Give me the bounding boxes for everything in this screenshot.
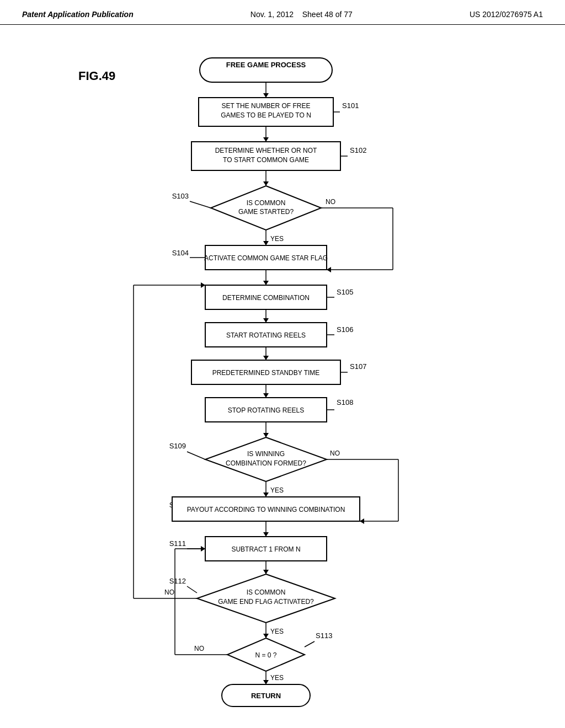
svg-marker-54 xyxy=(263,393,269,398)
svg-text:DETERMINE WHETHER OR NOT: DETERMINE WHETHER OR NOT xyxy=(215,147,317,154)
svg-line-65 xyxy=(187,452,205,459)
svg-text:S102: S102 xyxy=(350,146,366,154)
svg-marker-95 xyxy=(201,282,205,288)
patent-number: US 2012/0276975 A1 xyxy=(470,10,543,19)
svg-marker-97 xyxy=(263,634,269,638)
svg-marker-10 xyxy=(263,137,269,142)
svg-marker-17 xyxy=(263,181,269,186)
svg-text:IS WINNING: IS WINNING xyxy=(247,450,285,458)
svg-text:TO START COMMON GAME: TO START COMMON GAME xyxy=(223,156,309,164)
svg-text:PAYOUT ACCORDING TO WINNING CO: PAYOUT ACCORDING TO WINNING COMBINATION xyxy=(187,506,345,513)
svg-text:SET THE NUMBER OF FREE: SET THE NUMBER OF FREE xyxy=(222,102,311,110)
svg-marker-109 xyxy=(263,680,269,684)
svg-text:ACTIVATE COMMON GAME STAR FLAG: ACTIVATE COMMON GAME STAR FLAG xyxy=(204,254,328,262)
publication-label: Patent Application Publication xyxy=(22,10,134,19)
svg-text:STOP ROTATING REELS: STOP ROTATING REELS xyxy=(228,406,304,414)
page-header: Patent Application Publication Nov. 1, 2… xyxy=(0,0,565,25)
svg-marker-79 xyxy=(263,532,269,537)
svg-text:START ROTATING REELS: START ROTATING REELS xyxy=(226,331,306,339)
svg-text:S111: S111 xyxy=(169,539,186,548)
svg-text:S108: S108 xyxy=(337,398,353,406)
svg-marker-48 xyxy=(263,356,269,360)
svg-text:GAME END FLAG ACTIVATED?: GAME END FLAG ACTIVATED? xyxy=(218,598,314,606)
svg-marker-36 xyxy=(263,281,269,285)
svg-text:S106: S106 xyxy=(337,325,353,334)
svg-text:YES: YES xyxy=(270,235,284,243)
svg-text:YES: YES xyxy=(270,674,284,682)
figure-label: FIG.49 xyxy=(78,69,115,83)
svg-text:NO: NO xyxy=(326,198,335,206)
svg-text:NO: NO xyxy=(194,645,204,652)
svg-marker-42 xyxy=(263,318,269,323)
svg-text:NO: NO xyxy=(164,588,174,596)
svg-text:COMBINATION FORMED?: COMBINATION FORMED? xyxy=(226,459,306,467)
date-label: Nov. 1, 2012 Sheet 48 of 77 xyxy=(250,10,353,19)
svg-line-22 xyxy=(190,201,211,208)
svg-text:YES: YES xyxy=(270,628,284,635)
svg-text:S105: S105 xyxy=(337,288,353,296)
svg-marker-107 xyxy=(201,546,205,552)
svg-text:PREDETERMINED STANDBY TIME: PREDETERMINED STANDBY TIME xyxy=(212,369,320,377)
svg-marker-3 xyxy=(263,93,269,98)
svg-marker-34 xyxy=(327,267,331,272)
flowchart-svg: FIG.49 FREE GAME PROCESS SET THE NUMBER … xyxy=(34,36,531,709)
svg-text:GAMES TO BE PLAYED TO N: GAMES TO BE PLAYED TO N xyxy=(221,111,311,119)
svg-text:S101: S101 xyxy=(342,101,359,110)
svg-marker-69 xyxy=(263,493,269,497)
svg-text:S107: S107 xyxy=(350,362,366,371)
svg-text:DETERMINE COMBINATION: DETERMINE COMBINATION xyxy=(222,294,310,302)
svg-text:N = 0 ?: N = 0 ? xyxy=(255,651,276,659)
svg-text:SUBTRACT 1 FROM N: SUBTRACT 1 FROM N xyxy=(231,545,300,553)
svg-text:RETURN: RETURN xyxy=(251,692,281,700)
svg-marker-60 xyxy=(263,433,269,437)
svg-line-102 xyxy=(305,641,315,647)
svg-marker-85 xyxy=(263,570,269,574)
diagram-area: FIG.49 FREE GAME PROCESS SET THE NUMBER … xyxy=(0,25,565,720)
svg-text:S104: S104 xyxy=(172,249,189,257)
svg-text:GAME STARTED?: GAME STARTED? xyxy=(238,208,294,216)
svg-text:YES: YES xyxy=(270,486,284,494)
svg-line-90 xyxy=(187,586,197,593)
svg-marker-26 xyxy=(263,241,269,245)
svg-text:FREE GAME PROCESS: FREE GAME PROCESS xyxy=(226,61,306,69)
svg-text:IS COMMON: IS COMMON xyxy=(247,588,286,596)
svg-marker-77 xyxy=(360,518,364,524)
svg-text:NO: NO xyxy=(330,449,340,457)
svg-text:IS COMMON: IS COMMON xyxy=(247,199,286,207)
svg-text:S113: S113 xyxy=(316,631,332,640)
svg-text:S112: S112 xyxy=(169,577,186,585)
svg-text:S103: S103 xyxy=(172,192,189,200)
svg-text:S109: S109 xyxy=(169,442,186,450)
